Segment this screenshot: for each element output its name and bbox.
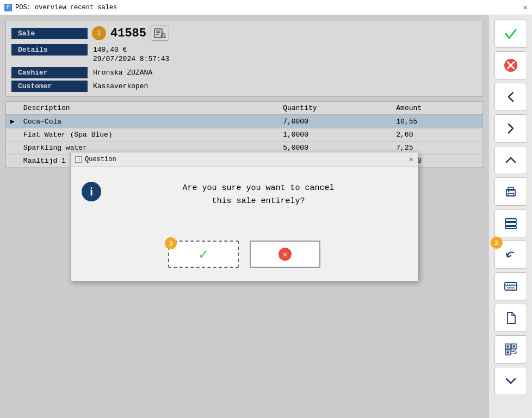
undo-badge: 2	[491, 237, 503, 249]
dialog-overlay: □ Question ✕ i Are you sure you want to …	[0, 15, 488, 418]
dialog-info-icon: i	[82, 182, 101, 201]
main-container: Sale 1 41585 Details 140,40 € 29/07/2024…	[0, 15, 532, 418]
back-button[interactable]	[494, 83, 527, 111]
dialog-body: i Are you sure you want to cancel this s…	[71, 167, 418, 232]
dialog-yes-checkmark: ✓	[199, 245, 208, 263]
svg-rect-26	[512, 346, 515, 348]
print-icon	[503, 184, 518, 199]
back-arrow-icon	[503, 89, 518, 104]
undo-button[interactable]: 2	[494, 241, 527, 269]
dialog-message: Are you sure you want to cancel this sal…	[110, 180, 407, 208]
dialog-yes-badge: 3	[165, 237, 177, 249]
dialog-titlebar-left: □ Question	[75, 156, 116, 163]
dialog-title-icon: □	[75, 156, 82, 163]
dialog-no-cross-icon: ✕	[279, 248, 292, 261]
dialog-close-icon[interactable]: ✕	[409, 155, 413, 164]
svg-rect-24	[506, 346, 509, 348]
down-button[interactable]	[494, 367, 527, 395]
x-icon	[503, 58, 518, 73]
register-icon	[503, 279, 518, 294]
dialog-title: Question	[85, 156, 116, 163]
window-title: POS: overview recent sales	[15, 4, 117, 11]
dialog-no-button[interactable]: ✕	[250, 241, 320, 268]
forward-arrow-icon	[503, 121, 518, 136]
confirm-button[interactable]	[494, 20, 527, 48]
content-area: Sale 1 41585 Details 140,40 € 29/07/2024…	[0, 15, 488, 418]
down-arrow-icon	[503, 373, 518, 389]
title-bar-left: P POS: overview recent sales	[4, 4, 117, 11]
cancel-button[interactable]	[494, 51, 527, 79]
question-dialog: □ Question ✕ i Are you sure you want to …	[70, 152, 418, 281]
svg-rect-15	[505, 226, 516, 229]
title-bar: P POS: overview recent sales ✕	[0, 0, 532, 15]
dialog-yes-button[interactable]: 3 ✓	[168, 241, 239, 268]
forward-button[interactable]	[494, 114, 527, 143]
svg-rect-10	[508, 187, 514, 190]
svg-rect-28	[506, 352, 509, 354]
pos-icon: P	[4, 4, 12, 11]
dialog-message-line2: this sale entirely?	[212, 196, 305, 206]
qr-button[interactable]	[494, 335, 527, 364]
stack-button[interactable]	[494, 209, 527, 237]
sidebar: 2	[488, 15, 532, 418]
dialog-titlebar: □ Question ✕	[71, 152, 418, 167]
qr-icon	[503, 342, 518, 357]
svg-rect-13	[505, 219, 516, 222]
dialog-buttons: 3 ✓ ✕	[71, 232, 418, 281]
dialog-message-line1: Are you sure you want to cancel	[182, 183, 334, 193]
stack-icon	[503, 216, 518, 231]
svg-rect-11	[508, 193, 514, 196]
register-button[interactable]	[494, 272, 527, 300]
undo-icon	[503, 247, 518, 262]
check-icon	[503, 26, 518, 41]
print-button[interactable]	[494, 177, 527, 206]
close-icon[interactable]: ✕	[523, 3, 528, 12]
document-icon	[503, 310, 518, 325]
svg-rect-14	[505, 223, 516, 225]
svg-point-12	[508, 191, 509, 192]
document-button[interactable]	[494, 304, 527, 332]
up-button[interactable]	[494, 146, 527, 174]
svg-rect-16	[505, 282, 517, 290]
up-arrow-icon	[503, 152, 518, 168]
